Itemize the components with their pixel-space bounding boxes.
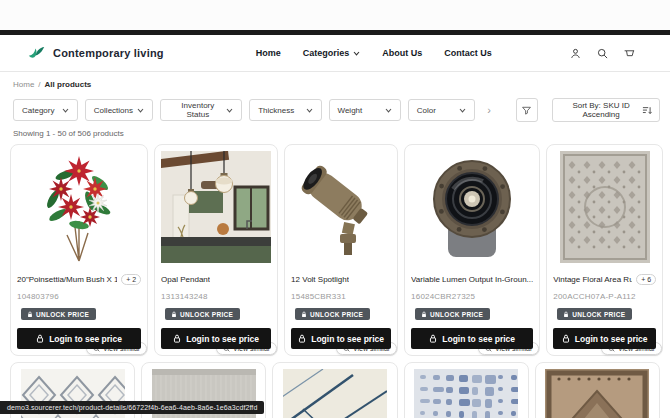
product-card[interactable] bbox=[272, 362, 397, 418]
product-card[interactable]: View similar 20"Poinsettia/Mum Bush X 13… bbox=[10, 144, 148, 356]
login-to-see-price-button[interactable]: Login to see price bbox=[553, 328, 656, 349]
breadcrumb-home[interactable]: Home bbox=[13, 80, 34, 89]
account-icon[interactable] bbox=[569, 47, 582, 60]
product-image bbox=[17, 151, 141, 263]
results-summary: Showing 1 - 50 of 506 products bbox=[0, 122, 670, 144]
browser-top-strip bbox=[0, 0, 670, 30]
chevron-down-icon bbox=[353, 51, 360, 56]
chevron-down-icon bbox=[226, 108, 233, 113]
product-card[interactable]: View similar Opal Pendant 1313143248 UNL… bbox=[154, 144, 278, 356]
more-filters-arrow[interactable]: › bbox=[482, 102, 497, 118]
nav-about-us[interactable]: About Us bbox=[382, 48, 422, 58]
breadcrumb-separator: / bbox=[38, 80, 40, 89]
login-button-label: Login to see price bbox=[575, 334, 648, 344]
product-image bbox=[279, 369, 390, 418]
product-image bbox=[291, 151, 391, 263]
lock-icon bbox=[36, 334, 44, 343]
sort-descending-icon bbox=[642, 106, 652, 115]
filter-inventory-status[interactable]: Inventory Status bbox=[160, 99, 242, 121]
product-sku: 15485CBR331 bbox=[291, 292, 391, 301]
product-title-row: Opal Pendant bbox=[161, 273, 271, 285]
product-image bbox=[161, 151, 271, 263]
filter-funnel-icon bbox=[521, 105, 532, 116]
brand-name: Contemporary living bbox=[53, 47, 164, 59]
chevron-down-icon bbox=[306, 108, 313, 113]
product-image bbox=[411, 369, 522, 418]
main-nav: Home Categories About Us Contact Us bbox=[256, 48, 492, 58]
product-grid: View similar 20"Poinsettia/Mum Bush X 13… bbox=[0, 144, 670, 356]
unlock-price-label: UNLOCK PRICE bbox=[310, 311, 363, 318]
variant-count-badge: + 6 bbox=[636, 274, 656, 285]
product-title: 12 Volt Spotlight bbox=[291, 275, 349, 284]
filter-funnel-button[interactable] bbox=[516, 98, 539, 122]
product-title: Vintage Floral Area Rug bbox=[553, 275, 632, 284]
filter-bar: Category Collections Inventory Status Th… bbox=[0, 93, 670, 122]
sort-button[interactable]: Sort By: SKU ID Ascending bbox=[552, 98, 660, 122]
nav-contact-us[interactable]: Contact Us bbox=[444, 48, 492, 58]
product-image bbox=[542, 369, 653, 418]
unlock-price-badge: UNLOCK PRICE bbox=[295, 308, 370, 320]
lock-icon bbox=[301, 311, 307, 318]
unlock-price-label: UNLOCK PRICE bbox=[430, 311, 483, 318]
unlock-price-badge: UNLOCK PRICE bbox=[165, 308, 240, 320]
filter-color[interactable]: Color bbox=[408, 99, 475, 121]
unlock-price-badge: UNLOCK PRICE bbox=[415, 308, 490, 320]
filter-category[interactable]: Category bbox=[13, 99, 78, 121]
nav-categories[interactable]: Categories bbox=[303, 48, 361, 58]
nav-home[interactable]: Home bbox=[256, 48, 281, 58]
brand-logo[interactable]: Contemporary living bbox=[28, 46, 164, 60]
product-image bbox=[411, 151, 533, 263]
header-icons bbox=[569, 47, 642, 60]
product-title: 20"Poinsettia/Mum Bush X 13 bbox=[17, 275, 117, 284]
product-title-row: 20"Poinsettia/Mum Bush X 13 + 2 bbox=[17, 273, 141, 285]
product-title: Opal Pendant bbox=[161, 275, 210, 284]
product-card[interactable]: View similar 12 Volt Spotlight 15485CBR3… bbox=[284, 144, 398, 356]
product-card[interactable]: View similar Variable Lumen Output In-Gr… bbox=[404, 144, 540, 356]
product-image bbox=[553, 151, 656, 263]
login-to-see-price-button[interactable]: Login to see price bbox=[17, 328, 141, 349]
login-button-label: Login to see price bbox=[311, 334, 384, 344]
lock-icon bbox=[562, 334, 570, 343]
lock-icon bbox=[27, 311, 33, 318]
chevron-down-icon bbox=[62, 108, 69, 113]
unlock-price-label: UNLOCK PRICE bbox=[572, 311, 625, 318]
variant-count-badge: + 2 bbox=[121, 274, 141, 285]
chevron-down-icon bbox=[385, 108, 392, 113]
product-title: Variable Lumen Output In-Groun... bbox=[411, 275, 533, 284]
product-title-row: 12 Volt Spotlight bbox=[291, 273, 391, 285]
lock-icon bbox=[298, 334, 306, 343]
bird-icon bbox=[28, 46, 45, 60]
breadcrumb-current: All products bbox=[45, 80, 92, 89]
lock-icon bbox=[173, 334, 181, 343]
product-title-row: Vintage Floral Area Rug + 6 bbox=[553, 273, 656, 285]
lock-icon bbox=[171, 311, 177, 318]
product-title-row: Variable Lumen Output In-Groun... bbox=[411, 273, 533, 285]
login-button-label: Login to see price bbox=[186, 334, 259, 344]
filter-weight[interactable]: Weight bbox=[329, 99, 401, 121]
search-icon[interactable] bbox=[596, 47, 609, 60]
unlock-price-label: UNLOCK PRICE bbox=[180, 311, 233, 318]
product-card[interactable]: View similar Vintage Floral Area Rug + 6… bbox=[546, 144, 663, 356]
unlock-price-badge: UNLOCK PRICE bbox=[557, 308, 632, 320]
lock-icon bbox=[563, 311, 569, 318]
filter-collections[interactable]: Collections bbox=[85, 99, 154, 121]
filter-thickness[interactable]: Thickness bbox=[249, 99, 321, 121]
status-bar-url: demo3.sourcerer.tech/product-details/667… bbox=[0, 401, 264, 414]
product-sku: 1313143248 bbox=[161, 292, 271, 301]
cart-icon[interactable] bbox=[623, 47, 636, 60]
lock-icon bbox=[429, 334, 437, 343]
storefront-page: Contemporary living Home Categories Abou… bbox=[0, 0, 670, 418]
login-to-see-price-button[interactable]: Login to see price bbox=[291, 328, 391, 349]
chevron-down-icon bbox=[459, 108, 466, 113]
breadcrumb: Home / All products bbox=[0, 72, 670, 93]
login-button-label: Login to see price bbox=[442, 334, 515, 344]
site-header: Contemporary living Home Categories Abou… bbox=[0, 35, 670, 72]
login-to-see-price-button[interactable]: Login to see price bbox=[161, 328, 271, 349]
product-card[interactable] bbox=[404, 362, 529, 418]
login-to-see-price-button[interactable]: Login to see price bbox=[411, 328, 533, 349]
product-sku: 200ACCH07A-P-A112 bbox=[553, 292, 656, 301]
product-sku: 104803796 bbox=[17, 292, 141, 301]
unlock-price-badge: UNLOCK PRICE bbox=[21, 308, 96, 320]
unlock-price-label: UNLOCK PRICE bbox=[36, 311, 89, 318]
product-card[interactable] bbox=[535, 362, 660, 418]
